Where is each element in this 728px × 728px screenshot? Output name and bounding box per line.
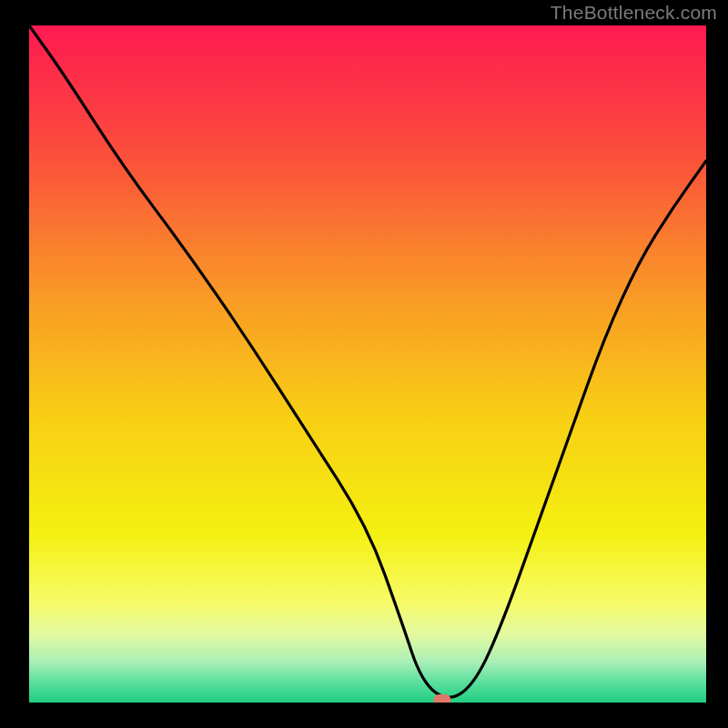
watermark-text: TheBottleneck.com <box>551 2 717 24</box>
minimum-marker <box>433 694 450 703</box>
plot-area <box>29 25 706 703</box>
chart-frame: TheBottleneck.com <box>0 0 728 728</box>
gradient-bg <box>29 25 706 703</box>
chart-svg <box>29 25 706 703</box>
